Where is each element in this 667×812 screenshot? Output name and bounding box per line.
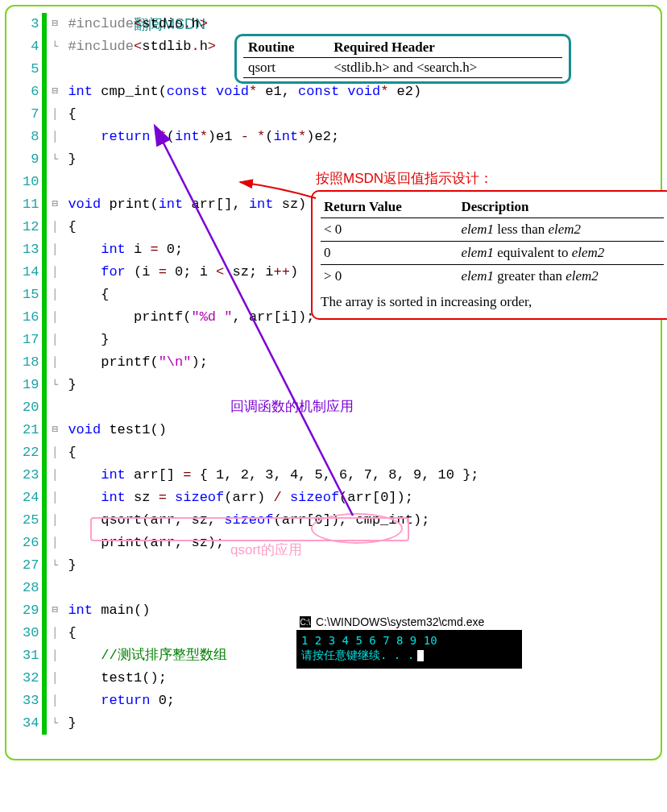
rv-footer: The array is sorted in increasing order,: [321, 294, 664, 310]
code-line: }: [68, 374, 478, 396]
fold-gutter: ⊟└ ⊟││└ ⊟│││││││└ ⊟│││││└ ⊟││││└: [47, 13, 63, 735]
code-line: }: [68, 712, 478, 735]
console-body: 1 2 3 4 5 6 7 8 9 10 请按任意键继续. . .: [296, 630, 522, 669]
pink-annotation-label: qsort的应用: [230, 541, 302, 559]
rv-th-value: Return Value: [321, 197, 458, 218]
rv-cell-desc: elem1 equivalent to elem2: [458, 242, 664, 265]
pink-highlight-cmp-int: [311, 513, 403, 544]
code-line: int sz = sizeof(arr) / sizeof(arr[0]);: [68, 487, 478, 509]
rv-th-desc: Description: [458, 197, 664, 218]
msdn-th-routine: Routine: [243, 38, 329, 58]
console-output-line1: 1 2 3 4 5 6 7 8 9 10: [301, 633, 517, 648]
main-panel: 翻阅MSDN 345678910111213141516171819202122…: [5, 5, 662, 760]
code-line: {: [68, 103, 478, 126]
return-value-table: Return Value Description < 0elem1 less t…: [311, 190, 667, 320]
msdn-td-header: <stdlib.h> and <search.h>: [329, 58, 562, 78]
code-line: int arr[] = { 1, 2, 3, 4, 5, 6, 7, 8, 9,…: [68, 464, 478, 487]
rv-cell-desc: elem1 greater than elem2: [458, 265, 664, 288]
code-line: }: [68, 148, 478, 171]
code-line: return 0;: [68, 690, 478, 712]
rv-cell-value: < 0: [321, 218, 458, 242]
msdn-header-table: Routine Required Header qsort <stdlib.h>…: [234, 34, 571, 84]
rv-cell-desc: elem1 less than elem2: [458, 218, 664, 242]
console-titlebar: C:\ C:\WINDOWS\system32\cmd.exe: [296, 614, 522, 630]
console-title-text: C:\WINDOWS\system32\cmd.exe: [316, 615, 484, 628]
msdn-td-routine: qsort: [243, 58, 329, 78]
code-line: {: [68, 441, 478, 464]
cmd-icon: C:\: [300, 616, 311, 628]
code-line: test1();: [68, 667, 478, 690]
code-line: [68, 577, 478, 599]
rv-cell-value: 0: [321, 242, 458, 265]
cursor-icon: [417, 650, 424, 661]
line-number-gutter: 3456789101112131415161718192021222324252…: [11, 13, 47, 735]
code-line: }: [68, 329, 478, 351]
code-line: int cmp_int(const void* e1, const void* …: [68, 81, 478, 103]
code-line: void test1(): [68, 419, 478, 441]
rv-cell-value: > 0: [321, 265, 458, 288]
msdn-th-header: Required Header: [329, 38, 562, 58]
code-line: #include<stdio.h>: [68, 13, 478, 35]
code-line: printf("\n");: [68, 351, 478, 374]
console-output-line2: 请按任意键继续. . .: [301, 648, 517, 662]
console-window: C:\ C:\WINDOWS\system32\cmd.exe 1 2 3 4 …: [296, 614, 522, 669]
purple-annotation-label: 回调函数的机制应用: [230, 397, 354, 416]
red-annotation-label: 按照MSDN返回值指示设计：: [316, 169, 493, 188]
code-line: return *(int*)e1 - *(int*)e2;: [68, 126, 478, 148]
